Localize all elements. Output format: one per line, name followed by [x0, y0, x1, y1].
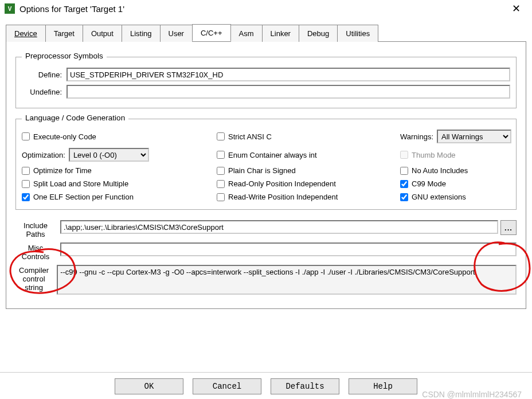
- include-paths-label: Include Paths: [15, 220, 60, 239]
- tab-bar: Device Target Output Listing User C/C++ …: [6, 24, 526, 42]
- tab-panel: Preprocessor Symbols Define: Undefine: L…: [6, 42, 526, 309]
- define-label: Define:: [22, 71, 66, 79]
- misc-controls-label: Misc Controls: [15, 242, 60, 261]
- optimize-time-checkbox[interactable]: Optimize for Time: [22, 166, 217, 175]
- gnu-extensions-checkbox[interactable]: GNU extensions: [400, 193, 511, 201]
- tab-target[interactable]: Target: [45, 25, 83, 42]
- tab-utilities[interactable]: Utilities: [337, 25, 378, 42]
- include-paths-input[interactable]: [60, 220, 498, 234]
- tab-user[interactable]: User: [160, 25, 193, 42]
- one-elf-section-checkbox[interactable]: One ELF Section per Function: [22, 193, 217, 201]
- execute-only-checkbox[interactable]: Execute-only Code: [22, 132, 217, 141]
- button-bar: OK Cancel Defaults Help: [0, 372, 532, 397]
- tab-device[interactable]: Device: [6, 25, 46, 42]
- ok-button[interactable]: OK: [115, 378, 183, 394]
- enum-container-checkbox[interactable]: Enum Container always int: [217, 151, 400, 159]
- thumb-mode-checkbox: Thumb Mode: [400, 151, 511, 159]
- undefine-input[interactable]: [66, 85, 510, 99]
- tab-ccpp[interactable]: C/C++: [192, 24, 231, 41]
- include-paths-browse-button[interactable]: ...: [500, 220, 517, 235]
- group-language: Language / Code Generation Execute-only …: [15, 119, 517, 210]
- misc-controls-input[interactable]: [60, 242, 517, 256]
- optimization-select[interactable]: Level 0 (-O0): [69, 148, 149, 162]
- warnings-label: Warnings:: [400, 132, 433, 141]
- strict-ansi-checkbox[interactable]: Strict ANSI C: [217, 132, 400, 141]
- app-icon: V: [5, 3, 15, 14]
- optimization-label: Optimization:: [22, 151, 65, 159]
- c99-mode-checkbox[interactable]: C99 Mode: [400, 179, 511, 188]
- tab-debug[interactable]: Debug: [299, 25, 338, 42]
- read-write-pi-checkbox[interactable]: Read-Write Position Independent: [217, 193, 400, 201]
- group-preprocessor: Preprocessor Symbols Define: Undefine:: [15, 57, 517, 108]
- cancel-button[interactable]: Cancel: [193, 378, 261, 394]
- compiler-control-string-label: Compiler control string: [15, 265, 57, 292]
- defaults-button[interactable]: Defaults: [271, 378, 339, 394]
- group-language-title: Language / Code Generation: [22, 114, 128, 122]
- split-load-store-checkbox[interactable]: Split Load and Store Multiple: [22, 179, 217, 188]
- plain-char-checkbox[interactable]: Plain Char is Signed: [217, 166, 400, 175]
- help-button[interactable]: Help: [349, 378, 417, 394]
- warnings-select[interactable]: All Warnings: [437, 130, 511, 143]
- read-only-pi-checkbox[interactable]: Read-Only Position Independent: [217, 179, 400, 188]
- tab-linker[interactable]: Linker: [262, 25, 299, 42]
- group-preprocessor-title: Preprocessor Symbols: [22, 52, 107, 60]
- window-title: Options for Target 'Target 1': [19, 4, 504, 14]
- compiler-control-string: [57, 265, 517, 295]
- undefine-label: Undefine:: [22, 88, 66, 96]
- tab-listing[interactable]: Listing: [122, 25, 161, 42]
- titlebar: V Options for Target 'Target 1' ✕: [0, 0, 532, 17]
- define-input[interactable]: [66, 68, 510, 81]
- tab-asm[interactable]: Asm: [230, 25, 263, 42]
- no-auto-includes-checkbox[interactable]: No Auto Includes: [400, 166, 511, 175]
- close-icon[interactable]: ✕: [504, 2, 527, 15]
- tab-output[interactable]: Output: [83, 25, 122, 42]
